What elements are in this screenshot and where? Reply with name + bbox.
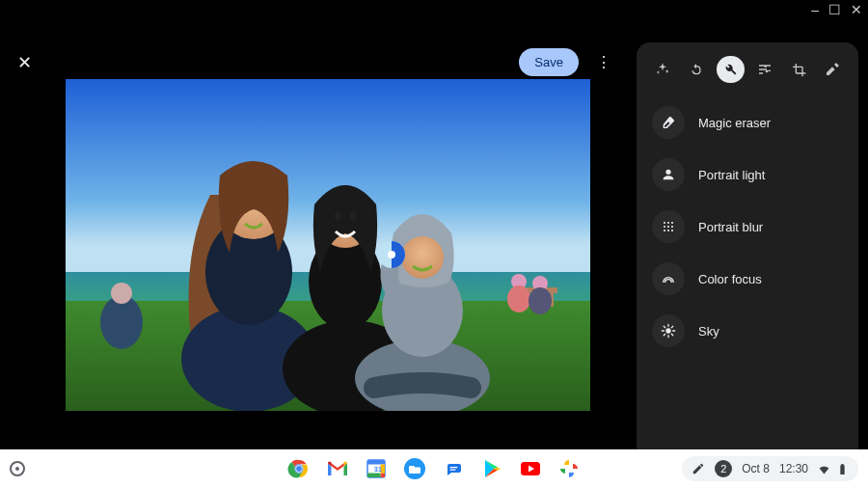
photo-editor: ✕ Save ⋮ [0,19,868,449]
rainbow-icon [652,262,685,295]
tool-label: Portrait light [698,168,765,182]
svg-point-36 [671,230,673,231]
tab-suggestions[interactable] [648,56,676,83]
system-icons [818,463,849,475]
svg-point-40 [296,466,302,472]
svg-rect-43 [367,460,385,465]
window-maximize-button[interactable]: ☐ [828,2,841,17]
svg-rect-45 [367,474,381,478]
app-messages[interactable] [442,457,465,480]
eraser-icon [652,106,685,139]
svg-rect-50 [450,467,458,468]
stylus-icon [692,462,705,475]
tool-magic-eraser[interactable]: Magic eraser [646,100,849,145]
tool-portrait-blur[interactable]: Portrait blur [646,204,849,249]
svg-rect-51 [450,470,456,471]
play-store-icon [480,457,503,480]
tab-adjust[interactable] [750,56,778,83]
save-button[interactable]: Save [519,48,579,76]
photo-canvas[interactable] [66,79,590,411]
tab-markup[interactable] [819,56,847,83]
shelf: 31 [0,449,868,488]
grid-dots-icon [652,210,685,243]
svg-point-34 [664,230,665,231]
calendar-icon: 31 [365,457,388,480]
window-controls: – ☐ ✕ [811,2,862,17]
youtube-icon [519,457,542,480]
tool-label: Sky [698,324,719,339]
wifi-icon [818,463,830,475]
overflow-menu-button[interactable]: ⋮ [590,49,617,75]
tool-label: Portrait blur [698,220,763,234]
app-photos[interactable] [557,457,581,480]
svg-point-4 [111,283,132,304]
shelf-apps: 31 [287,457,581,480]
app-play-store[interactable] [480,457,503,480]
shelf-status: 2 Oct 8 12:30 [682,456,858,481]
app-files[interactable] [403,457,426,480]
panel-tabs [646,54,849,96]
svg-point-9 [507,285,530,312]
sparkle-icon [655,62,670,77]
svg-point-27 [388,251,395,258]
tool-label: Magic eraser [698,116,771,130]
svg-point-22 [350,212,356,220]
app-gmail[interactable] [326,457,349,480]
photos-icon [557,457,581,480]
sun-icon [652,314,685,347]
tab-tools[interactable] [717,56,745,83]
tool-portrait-light[interactable]: Portrait light [646,152,849,197]
person-icon [652,158,685,191]
svg-point-11 [529,287,552,314]
sliders-icon [757,62,773,77]
svg-text:31: 31 [374,466,382,473]
editor-top-actions: Save ⋮ [519,48,617,76]
messages-icon [442,457,465,480]
shelf-left [10,461,25,476]
tool-sky[interactable]: Sky [646,309,849,353]
markup-icon [825,62,840,77]
svg-point-31 [664,226,665,228]
tool-color-focus[interactable]: Color focus [646,257,849,301]
app-chrome[interactable] [287,457,311,480]
svg-point-28 [664,222,665,224]
tools-icon [722,62,738,77]
svg-point-29 [667,222,669,224]
battery-icon [836,463,849,475]
svg-point-30 [671,222,673,224]
svg-rect-44 [381,474,386,478]
launcher-button[interactable] [10,461,25,476]
svg-point-21 [335,212,340,220]
notification-count: 2 [715,460,732,477]
tool-label: Color focus [698,272,762,286]
svg-point-35 [667,230,669,231]
svg-point-32 [667,226,669,228]
window-close-button[interactable]: ✕ [851,2,862,17]
svg-point-25 [401,236,444,279]
tab-rotate[interactable] [682,56,710,83]
editor-close-button[interactable]: ✕ [17,52,32,73]
gmail-icon [326,457,349,480]
rotate-icon [689,62,704,77]
status-date: Oct 8 [742,462,770,475]
svg-point-37 [665,328,670,333]
status-tray[interactable]: 2 Oct 8 12:30 [682,456,858,481]
tools-panel: Magic eraser Portrait light Portrait blu… [637,42,858,459]
window-minimize-button[interactable]: – [811,2,819,17]
app-youtube[interactable] [519,457,542,480]
chrome-icon [287,457,311,480]
app-calendar[interactable]: 31 [365,457,388,480]
crop-icon [791,62,806,77]
svg-point-33 [671,226,673,228]
tab-crop[interactable] [784,56,812,83]
files-icon [403,457,426,480]
tool-list: Magic eraser Portrait light Portrait blu… [646,100,849,353]
status-time: 12:30 [779,462,808,475]
